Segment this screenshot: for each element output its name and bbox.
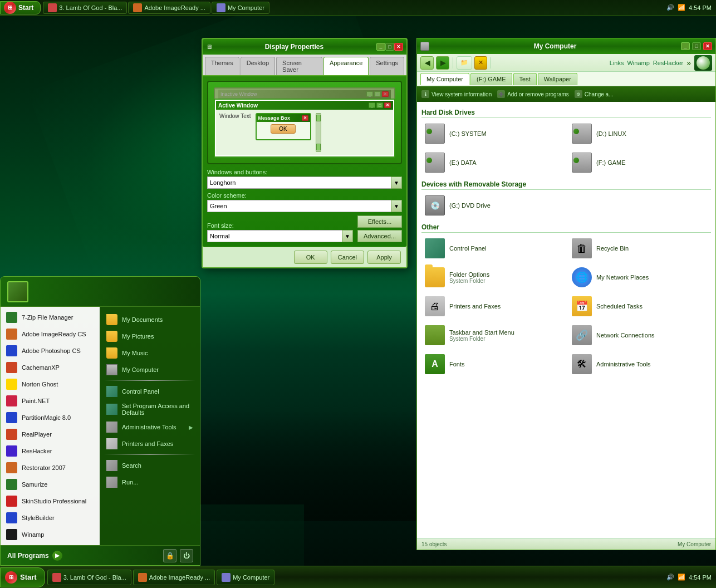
window-close-button[interactable]: ✕: [703, 42, 712, 50]
start-right-mycomputer[interactable]: My Computer: [100, 361, 200, 378]
bottom-mycomputer-icon: [222, 573, 231, 582]
delete-button[interactable]: ✕: [474, 56, 487, 70]
bottom-start-button[interactable]: ⊞ Start: [0, 567, 45, 587]
taskbar-startmenu-item[interactable]: Taskbar and Start Menu System Folder: [421, 323, 564, 347]
start-right-mypictures[interactable]: My Pictures: [100, 328, 200, 345]
start-right-controlpanel[interactable]: Control Panel: [100, 383, 200, 400]
start-right-setprogramaccess[interactable]: Set Program Access and Defaults: [100, 400, 200, 419]
mycomputer-menu-label: My Computer: [122, 366, 159, 373]
view-system-info-link[interactable]: ℹ View system information: [421, 90, 492, 98]
cancel-button[interactable]: Cancel: [331, 251, 364, 264]
start-item-reshacker[interactable]: ResHacker: [1, 443, 100, 459]
tab-settings[interactable]: Settings: [370, 57, 404, 75]
start-item-restorator[interactable]: Restorator 2007: [1, 459, 100, 476]
taskbar-item-imageready[interactable]: Adobe ImageReady ...: [128, 2, 210, 14]
scheduled-tasks-item[interactable]: 📅 Scheduled Tasks: [568, 294, 711, 318]
font-size-label: Font size:: [207, 222, 353, 229]
window-minimize-button[interactable]: _: [681, 42, 690, 50]
network-connections-item[interactable]: 🔗 Network Connections: [568, 323, 711, 347]
start-item-7zip[interactable]: 7-Zip File Manager: [1, 309, 100, 326]
color-scheme-select[interactable]: [207, 200, 400, 212]
tab-f-game[interactable]: (F:) GAME: [470, 73, 512, 85]
control-panel-item[interactable]: Control Panel: [421, 236, 564, 261]
bottom-taskbar-tasks: 3. Lamb Of God - Bla... Adobe ImageReady…: [45, 570, 662, 585]
system-info-label: View system information: [431, 91, 492, 97]
apply-button[interactable]: Apply: [367, 251, 401, 264]
change-setting-link[interactable]: ⚙ Change a...: [575, 90, 614, 98]
tab-my-computer[interactable]: My Computer: [420, 73, 469, 85]
shutdown-button[interactable]: ⏻: [180, 549, 193, 562]
drive-c[interactable]: (C:) SYSTEM: [421, 121, 564, 146]
bottom-taskbar: ⊞ Start 3. Lamb Of God - Bla... Adobe Im…: [0, 566, 716, 588]
bottom-task-imageready[interactable]: Adobe ImageReady ...: [133, 570, 215, 585]
add-remove-programs-link[interactable]: ➕ Add or remove programs: [497, 90, 569, 98]
samurize-icon: [6, 479, 17, 490]
start-right-mydocs[interactable]: My Documents: [100, 311, 200, 328]
control-panel-label: Control Panel: [449, 245, 487, 252]
taskbar-item-music[interactable]: 3. Lamb Of God - Bla...: [43, 2, 127, 14]
tab-appearance[interactable]: Appearance: [323, 57, 369, 75]
drive-c-icon: [425, 124, 445, 144]
top-start-button[interactable]: ⊞ Start: [0, 1, 41, 14]
drive-f[interactable]: (F:) GAME: [568, 150, 711, 175]
admin-tools-item[interactable]: 🛠 Administrative Tools: [568, 352, 711, 376]
dialog-minimize-button[interactable]: _: [376, 43, 385, 51]
tab-desktop[interactable]: Desktop: [241, 57, 275, 75]
effects-button[interactable]: Effects...: [357, 215, 402, 228]
start-item-paintnet[interactable]: Paint.NET: [1, 393, 100, 409]
windows-buttons-dropdown-arrow[interactable]: ▼: [391, 177, 402, 189]
reshacker-toolbar-link[interactable]: ResHacker: [653, 60, 683, 66]
logoff-button[interactable]: 🔒: [163, 549, 176, 562]
font-size-dropdown-arrow[interactable]: ▼: [342, 230, 353, 242]
toolbar-separator-1: [453, 57, 453, 68]
start-item-norton[interactable]: Norton Ghost: [1, 376, 100, 393]
bottom-start-icon: ⊞: [5, 571, 17, 584]
window-maximize-button[interactable]: □: [692, 42, 701, 50]
start-item-stylebuilder[interactable]: StyleBuilder: [1, 509, 100, 526]
dialog-maximize-button[interactable]: □: [385, 43, 394, 51]
drive-d[interactable]: (D:) LINUX: [568, 121, 711, 146]
windows-buttons-select[interactable]: [207, 177, 400, 189]
start-item-imageready[interactable]: Adobe ImageReady CS: [1, 326, 100, 342]
start-item-cacheman[interactable]: CachemanXP: [1, 359, 100, 376]
start-right-admintools[interactable]: Administrative Tools ▶: [100, 419, 200, 435]
taskbar-item-mycomputer[interactable]: My Computer: [212, 2, 269, 14]
my-network-places-item[interactable]: 🌐 My Network Places: [568, 265, 711, 290]
folder-options-item[interactable]: Folder Options System Folder: [421, 265, 564, 290]
folders-button[interactable]: 📁: [457, 56, 472, 70]
start-item-realplayer[interactable]: RealPlayer: [1, 426, 100, 443]
start-item-winamp[interactable]: Winamp: [1, 526, 100, 543]
bottom-task-music[interactable]: 3. Lamb Of God - Bla...: [47, 570, 131, 585]
bottom-task-mycomputer[interactable]: My Computer: [217, 570, 274, 585]
fonts-item[interactable]: A Fonts: [421, 352, 564, 376]
start-item-samurize[interactable]: Samurize: [1, 476, 100, 493]
network-connections-label: Network Connections: [596, 332, 655, 339]
start-right-printers[interactable]: Printers and Faxes: [100, 435, 200, 452]
font-size-select[interactable]: [207, 230, 351, 242]
back-button[interactable]: ◀: [420, 56, 434, 70]
ok-button[interactable]: OK: [294, 251, 327, 264]
recycle-bin-item[interactable]: 🗑 Recycle Bin: [568, 236, 711, 261]
forward-button[interactable]: ▶: [436, 56, 449, 70]
start-right-mymusic[interactable]: My Music: [100, 345, 200, 361]
start-item-skinstudio[interactable]: SkinStudio Professional: [1, 493, 100, 509]
color-scheme-dropdown-arrow[interactable]: ▼: [391, 200, 402, 212]
start-right-run[interactable]: Run...: [100, 474, 200, 491]
start-item-partition[interactable]: PartitionMagic 8.0: [1, 409, 100, 426]
start-right-search[interactable]: Search: [100, 457, 200, 474]
printers-faxes-item[interactable]: 🖨 Printers and Faxes: [421, 294, 564, 318]
drive-g[interactable]: 💿 (G:) DVD Drive: [421, 193, 564, 218]
winamp-toolbar-link[interactable]: Winamp: [627, 60, 649, 66]
tab-test[interactable]: Test: [513, 73, 537, 85]
all-programs-button[interactable]: All Programs ▶: [7, 551, 62, 561]
advanced-button[interactable]: Advanced...: [357, 230, 402, 242]
drive-e[interactable]: (E:) DATA: [421, 150, 564, 175]
tab-themes[interactable]: Themes: [205, 57, 239, 75]
start-item-photoshop[interactable]: Adobe Photoshop CS: [1, 342, 100, 359]
tab-wallpaper[interactable]: Wallpaper: [538, 73, 577, 85]
norton-icon: [6, 379, 17, 390]
tab-screensaver[interactable]: Screen Saver: [276, 57, 322, 75]
msgbox-ok-button[interactable]: OK: [271, 124, 295, 134]
dialog-close-button[interactable]: ✕: [394, 43, 403, 51]
expand-arrow-icon[interactable]: »: [686, 58, 691, 67]
